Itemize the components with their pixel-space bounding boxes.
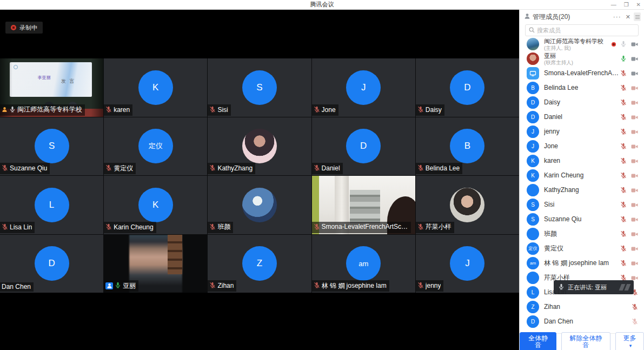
mic-muted-icon[interactable] xyxy=(620,142,627,151)
member-name: KathyZhang xyxy=(544,187,579,194)
mic-muted-icon[interactable] xyxy=(620,186,627,195)
member-row[interactable]: 闽江师范高等专科学校(主持人, 我) xyxy=(520,37,644,51)
camera-off-icon[interactable] xyxy=(631,186,638,195)
member-row[interactable]: BBelinda Lee xyxy=(520,81,644,95)
avatar xyxy=(527,228,539,240)
video-tile[interactable]: Smona-LevaletFrenchArtSchool的会议室 xyxy=(312,176,415,234)
video-tile[interactable]: Kkaren xyxy=(104,58,207,117)
camera-off-icon[interactable] xyxy=(631,98,638,108)
member-row[interactable]: 亚丽(联席主持人) xyxy=(520,51,644,66)
member-row[interactable]: KKarin Cheung xyxy=(520,168,644,183)
video-tile[interactable]: DDaniel xyxy=(312,117,415,176)
mic-muted-icon xyxy=(314,163,320,173)
camera-off-icon[interactable] xyxy=(631,113,638,122)
more-button[interactable]: 更多▾ xyxy=(615,332,644,350)
mic-muted-icon[interactable] xyxy=(620,215,627,224)
video-tile[interactable]: am林 锦 嫺 josephine lam xyxy=(312,235,415,293)
mic-muted-icon[interactable] xyxy=(620,229,627,239)
video-tile[interactable]: LLisa Lin xyxy=(0,176,103,234)
video-tile[interactable]: SSuzanne Qiu xyxy=(0,117,103,176)
camera-off-icon[interactable] xyxy=(631,171,638,181)
mic-muted-icon[interactable] xyxy=(620,69,627,78)
camera-off-icon[interactable] xyxy=(631,200,638,210)
member-search-box xyxy=(525,24,639,36)
mic-muted-icon[interactable] xyxy=(620,259,627,268)
mic-icon[interactable] xyxy=(620,39,627,49)
member-row[interactable]: DDan Chen xyxy=(520,314,644,329)
camera-off-icon[interactable] xyxy=(631,83,638,93)
mic-muted-icon[interactable] xyxy=(632,302,638,312)
member-row[interactable]: Smona-LevaletFrenchArtSchool的会议室 xyxy=(520,66,644,81)
mute-all-button[interactable]: 全体静音 xyxy=(520,332,556,350)
minimize-button[interactable]: — xyxy=(611,0,616,10)
mic-muted-icon[interactable] xyxy=(620,98,627,108)
camera-off-icon[interactable] xyxy=(631,215,638,224)
avatar: D xyxy=(35,246,69,281)
mic-muted-icon xyxy=(209,163,216,173)
panel-close-icon[interactable]: ✕ xyxy=(626,14,630,21)
mic-muted-icon[interactable] xyxy=(620,244,627,254)
video-tile[interactable]: BBelinda Lee xyxy=(416,117,519,176)
tile-name: Daniel xyxy=(322,164,340,172)
camera-off-icon[interactable] xyxy=(631,142,638,151)
mic-muted-icon[interactable] xyxy=(620,127,627,137)
camera-off-icon[interactable] xyxy=(631,244,638,254)
camera-off-icon[interactable] xyxy=(631,229,638,239)
member-row[interactable]: Jjenny xyxy=(520,124,644,139)
video-tile[interactable]: KKarin Cheung xyxy=(104,176,207,234)
member-row[interactable]: KathyZhang xyxy=(520,183,644,197)
video-tile[interactable]: 班颜 xyxy=(208,176,311,234)
mic-muted-icon[interactable] xyxy=(620,113,627,122)
avatar: J xyxy=(527,126,539,138)
mic-muted-icon[interactable] xyxy=(620,200,627,210)
member-row[interactable]: DDaniel xyxy=(520,110,644,124)
member-row[interactable]: SSisi xyxy=(520,197,644,212)
member-name: 闽江师范高等专科学校 xyxy=(544,38,603,45)
tile-name-label: KathyZhang xyxy=(208,163,255,174)
video-tile[interactable]: 亚丽 xyxy=(104,235,207,293)
close-button[interactable]: ✕ xyxy=(636,0,641,10)
tile-name-label: 亚丽 xyxy=(104,280,138,292)
video-tile[interactable]: KathyZhang xyxy=(208,117,311,176)
panel-more-icon[interactable]: ··· xyxy=(613,13,621,21)
mic-muted-icon[interactable] xyxy=(632,317,638,327)
mic-icon[interactable] xyxy=(620,54,627,64)
avatar: J xyxy=(450,246,484,281)
video-tile[interactable]: JJone xyxy=(312,58,415,117)
panel-handle-icon[interactable] xyxy=(634,12,641,21)
member-row[interactable]: SSuzanne Qiu xyxy=(520,212,644,227)
camera-off-icon[interactable] xyxy=(631,156,638,166)
avatar: J xyxy=(346,70,381,105)
member-row[interactable]: DDaisy xyxy=(520,95,644,110)
mic-muted-icon xyxy=(314,281,320,290)
avatar: 定仪 xyxy=(138,129,173,163)
mic-muted-icon xyxy=(417,105,424,115)
camera-icon[interactable] xyxy=(631,39,638,49)
member-row[interactable]: JJone xyxy=(520,139,644,154)
mic-muted-icon[interactable] xyxy=(620,156,627,166)
camera-off-icon[interactable] xyxy=(631,259,638,268)
video-tile[interactable]: 芹菜小样 xyxy=(416,176,519,234)
member-row[interactable]: am林 锦 嫺 josephine lam xyxy=(520,256,644,270)
video-tile[interactable]: ZZihan xyxy=(208,235,311,293)
mic-muted-icon[interactable] xyxy=(620,171,627,181)
restore-button[interactable]: ❐ xyxy=(624,0,629,10)
video-tile[interactable]: Jjenny xyxy=(416,235,519,293)
video-tile[interactable]: 李亚丽发 言 闽江师范高等专科学校 xyxy=(0,58,103,117)
member-row[interactable]: 定仪黄定仪 xyxy=(520,241,644,256)
member-row[interactable]: 班颜 xyxy=(520,227,644,241)
unmute-all-button[interactable]: 解除全体静音 xyxy=(561,332,610,350)
search-input[interactable] xyxy=(537,27,635,34)
avatar: D xyxy=(346,129,381,163)
member-row[interactable]: Kkaren xyxy=(520,154,644,168)
camera-off-icon[interactable] xyxy=(631,127,638,137)
video-tile[interactable]: 定仪黄定仪 xyxy=(104,117,207,176)
member-row[interactable]: ZZihan xyxy=(520,300,644,314)
video-tile[interactable]: DDaisy xyxy=(416,58,519,117)
camera-icon[interactable] xyxy=(631,54,638,64)
mic-icon xyxy=(9,105,16,115)
mic-muted-icon[interactable] xyxy=(620,83,627,93)
camera-icon[interactable] xyxy=(631,69,638,78)
video-tile[interactable]: DDan Chen xyxy=(0,235,103,293)
video-tile[interactable]: SSisi xyxy=(208,58,311,117)
